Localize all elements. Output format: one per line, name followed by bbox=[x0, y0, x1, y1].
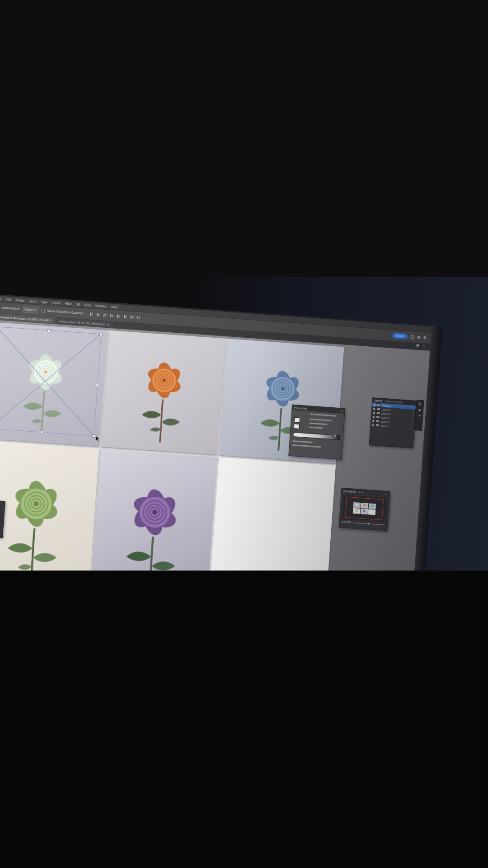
layer-visibility-eye-icon[interactable] bbox=[373, 408, 375, 410]
photo-of-monitor: Ps FileEditImageLayerTypeSelectFilter3DV… bbox=[0, 0, 488, 868]
share-button[interactable]: Share bbox=[393, 333, 408, 339]
menu-help[interactable]: Help bbox=[111, 305, 117, 309]
align-v-center-icon[interactable] bbox=[117, 314, 121, 318]
align-bottom-icon[interactable] bbox=[123, 314, 128, 319]
layers-tab-channels[interactable]: Channels bbox=[385, 400, 395, 403]
align-h-center-icon[interactable] bbox=[96, 312, 101, 317]
menu-window[interactable]: Window bbox=[95, 304, 107, 308]
layer-lock-icon: ▫ bbox=[413, 406, 414, 409]
layer-thumbnail bbox=[376, 407, 380, 411]
menu-3d[interactable]: 3D bbox=[76, 302, 80, 307]
collapse-panels-icon[interactable]: » bbox=[423, 344, 425, 348]
foreground-swatch[interactable] bbox=[294, 417, 300, 423]
search-icon[interactable] bbox=[410, 335, 414, 339]
panel-grid-icon[interactable]: ▦ bbox=[416, 344, 419, 347]
gradient-slider[interactable]: ▲ bbox=[293, 432, 340, 440]
layer-thumbnail bbox=[376, 411, 380, 415]
transform-handle[interactable] bbox=[47, 329, 51, 332]
layer-lock-icon: ▫ bbox=[412, 415, 413, 417]
menu-type[interactable]: Type bbox=[41, 300, 47, 304]
layer-thumbnail bbox=[377, 403, 381, 407]
layer-lock-icon: ▫ bbox=[412, 422, 413, 425]
panel-expand-icon[interactable]: ▸ bbox=[0, 509, 4, 514]
align-right-icon[interactable] bbox=[103, 313, 108, 317]
auto-select-label: Auto-Select: bbox=[2, 306, 20, 311]
arrange-documents-icon[interactable]: ▦ bbox=[417, 335, 420, 339]
chevron-down-icon: ▾ bbox=[34, 308, 36, 312]
transform-handle[interactable] bbox=[40, 430, 43, 434]
layers-tab-layers[interactable]: Layers bbox=[374, 399, 383, 402]
workspace-menu-icon[interactable]: ☰ bbox=[423, 336, 427, 340]
close-icon[interactable]: × bbox=[340, 409, 343, 413]
properties-panel[interactable]: Properties × ▲ bbox=[288, 405, 345, 460]
menu-select[interactable]: Select bbox=[52, 301, 61, 305]
zoom-slider-knob[interactable]: ▲ bbox=[368, 522, 370, 524]
layers-panel[interactable]: LayersChannelsPaths Group 1 ▫ Layer 5 ▫ … bbox=[369, 397, 416, 448]
show-transform-label: Show Transform Controls bbox=[47, 309, 84, 316]
divider bbox=[143, 315, 144, 321]
close-icon[interactable]: × bbox=[107, 323, 110, 326]
cell-white-rose[interactable] bbox=[0, 322, 108, 447]
layer-visibility-eye-icon[interactable] bbox=[374, 404, 375, 406]
properties-panel-title: Properties bbox=[294, 406, 308, 410]
menu-layer[interactable]: Layer bbox=[28, 299, 37, 303]
menu-image[interactable]: Image bbox=[15, 298, 25, 302]
navigator-zoom-value[interactable]: 33.33% bbox=[342, 520, 351, 524]
transform-handle[interactable] bbox=[92, 434, 95, 438]
tab-bar-right-icons: ▦ » bbox=[416, 344, 425, 348]
auto-select-target-dropdown[interactable]: Layer ▾ bbox=[23, 306, 38, 313]
menu-view[interactable]: View bbox=[84, 303, 91, 307]
layer-lock-icon: ▫ bbox=[413, 410, 414, 413]
gradient-stop-handle[interactable]: ▲ bbox=[334, 434, 336, 436]
show-transform-checkbox[interactable]: ✓ bbox=[41, 309, 45, 313]
layer-name: Layer 1 bbox=[380, 424, 389, 427]
layers-tab-paths[interactable]: Paths bbox=[396, 401, 402, 403]
layer-name: Layer 5 bbox=[382, 408, 390, 411]
background-swatch[interactable] bbox=[294, 424, 300, 429]
layers-list: Group 1 ▫ Layer 5 ▫ Layer 4 ▫ Layer 3 ▫ … bbox=[371, 402, 416, 430]
transform-handle[interactable] bbox=[99, 333, 103, 336]
rose-graphic bbox=[130, 351, 196, 450]
layer-name: Layer 4 bbox=[381, 412, 390, 415]
history-panel-icon[interactable]: ◔ bbox=[418, 414, 421, 417]
more-options-icon[interactable]: ⋯ bbox=[147, 316, 150, 320]
layer-visibility-eye-icon[interactable] bbox=[373, 416, 375, 418]
auto-select-target-value: Layer bbox=[25, 307, 33, 311]
menu-filter[interactable]: Filter bbox=[65, 302, 72, 306]
distribute-v-icon[interactable] bbox=[137, 315, 141, 320]
transform-handle[interactable] bbox=[96, 383, 99, 387]
layer-thumbnail bbox=[375, 424, 379, 427]
libraries-panel-icon[interactable]: ▣ bbox=[418, 408, 421, 411]
layer-visibility-eye-icon[interactable] bbox=[372, 420, 374, 422]
layer-visibility-eye-icon[interactable] bbox=[373, 412, 375, 414]
navigator-view-box[interactable] bbox=[345, 497, 384, 520]
navigator-zoom-slider[interactable]: ▲ bbox=[353, 522, 385, 525]
divider bbox=[86, 311, 87, 317]
tab-navigator[interactable]: Navigator bbox=[343, 490, 357, 493]
transform-bounding-box[interactable] bbox=[0, 326, 101, 436]
layer-name: Group 1 bbox=[382, 404, 391, 407]
layer-lock-icon: ▫ bbox=[412, 418, 413, 420]
layer-thumbnail bbox=[376, 415, 380, 419]
transform-diagonals bbox=[0, 327, 101, 436]
navigator-panel[interactable]: Navigator Info × 33.33% ▲ bbox=[338, 488, 390, 531]
letterbox-bottom bbox=[0, 571, 488, 868]
align-left-icon[interactable] bbox=[89, 312, 94, 316]
layer-lock-icon: ▫ bbox=[411, 426, 413, 429]
layer-name: Layer 3 bbox=[381, 416, 390, 419]
align-top-icon[interactable] bbox=[110, 313, 114, 318]
cell-orange-rose[interactable] bbox=[101, 330, 225, 455]
tab-info[interactable]: Info bbox=[359, 491, 364, 494]
layer-name: Layer 2 bbox=[381, 420, 389, 423]
close-icon[interactable]: × bbox=[385, 492, 388, 495]
panel-dock-strip: ◐ ▣ ◔ bbox=[414, 400, 424, 431]
menu-file[interactable]: File bbox=[0, 297, 2, 301]
adjustments-panel-icon[interactable]: ◐ bbox=[419, 402, 422, 405]
layer-visibility-eye-icon[interactable] bbox=[372, 424, 374, 426]
mouse-cursor bbox=[95, 436, 100, 442]
menu-edit[interactable]: Edit bbox=[5, 297, 11, 302]
letterbox-top bbox=[0, 0, 488, 277]
layer-thumbnail bbox=[375, 420, 380, 423]
navigator-thumbnail bbox=[342, 495, 388, 522]
distribute-h-icon[interactable] bbox=[130, 315, 135, 319]
